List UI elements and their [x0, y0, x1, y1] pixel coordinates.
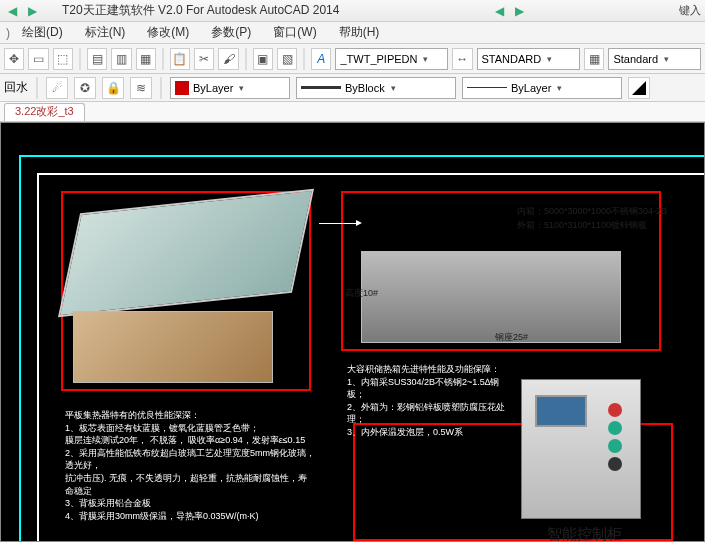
cabinet-red-light-icon [608, 403, 622, 417]
cabinet-black-btn-icon [608, 457, 622, 471]
menu-help[interactable]: 帮助(H) [329, 22, 390, 43]
color-value: ByLayer [193, 82, 233, 94]
menu-dim[interactable]: 标注(N) [75, 22, 136, 43]
menu-draw[interactable]: 绘图(D) [12, 22, 73, 43]
tank-notes: 大容积储热箱先进特性能及功能保障： 1、内箱采SUS304/2B不锈钢2~1.5… [347, 363, 517, 439]
cabinet-label: 智能控制柜 [547, 523, 622, 542]
app-title: T20天正建筑软件 V2.0 For Autodesk AutoCAD 2014 [62, 2, 339, 19]
tool-layer-icon[interactable]: ▤ [87, 48, 107, 70]
nav-next[interactable]: ▶ [24, 3, 40, 19]
tool-sheet-icon[interactable]: ▦ [136, 48, 156, 70]
drawing-canvas[interactable]: 平板集热器特有的优良性能深深： 1、板芯表面经有钛蓝膜，镀氧化蓝膜管乏色带； 膜… [0, 122, 705, 542]
water-tank-image [361, 251, 621, 343]
linetype-value: ByBlock [345, 82, 385, 94]
tool-props-icon[interactable]: ▥ [111, 48, 131, 70]
layer-match-icon[interactable]: ≋ [130, 77, 152, 99]
lineweight-combo[interactable]: ByLayer▾ [462, 77, 622, 99]
solar-notes: 平板集热器特有的优良性能深深： 1、板芯表面经有钛蓝膜，镀氧化蓝膜管乏色带； 膜… [65, 409, 315, 522]
textstyle-combo[interactable]: _TWT_PIPEDN▾ [335, 48, 448, 70]
cabinet-screen [535, 395, 587, 427]
tool-cut-icon[interactable]: ✂ [194, 48, 214, 70]
menu-bar: ) 绘图(D) 标注(N) 修改(M) 参数(P) 窗口(W) 帮助(H) [0, 22, 705, 44]
linetype-preview [301, 86, 341, 89]
connector-arrow [319, 223, 359, 224]
menu-param[interactable]: 参数(P) [201, 22, 261, 43]
tool-block-icon[interactable]: ▣ [253, 48, 273, 70]
textstyle-value: _TWT_PIPEDN [340, 53, 417, 65]
cabinet-green-btn-icon [608, 421, 622, 435]
main-toolbar: ✥ ▭ ⬚ ▤ ▥ ▦ 📋 ✂ 🖌 ▣ ▧ A _TWT_PIPEDN▾ ↔ S… [0, 44, 705, 74]
leading-paren: ) [6, 26, 10, 40]
tablestyle-value: Standard [613, 53, 658, 65]
side-tool[interactable]: 回水 [4, 79, 28, 96]
tank-base-label: 钢座25# [495, 331, 528, 344]
tool-paste-icon[interactable]: 📋 [170, 48, 190, 70]
lineweight-preview [467, 87, 507, 88]
tool-zoom-ext-icon[interactable]: ▭ [28, 48, 48, 70]
tool-zoom-win-icon[interactable]: ⬚ [53, 48, 73, 70]
linetype-combo[interactable]: ByBlock▾ [296, 77, 456, 99]
tank-outer-dim: 外箱：5100*3100*1100镀锌钢板 [517, 219, 647, 232]
tank-inner-dim: 内箱：5000*3000*1000不锈钢304-2B [517, 205, 667, 218]
tool-match-icon[interactable]: 🖌 [218, 48, 238, 70]
tablestyle-combo[interactable]: Standard▾ [608, 48, 701, 70]
nav-prev-2[interactable]: ◀ [491, 3, 507, 19]
cabinet-buttons [597, 399, 633, 469]
document-tabs: 3.22改彩_t3 [0, 102, 705, 122]
nav-prev[interactable]: ◀ [4, 3, 20, 19]
color-combo[interactable]: ByLayer▾ [170, 77, 290, 99]
tool-hatch-icon[interactable]: ▧ [277, 48, 297, 70]
menu-window[interactable]: 窗口(W) [263, 22, 326, 43]
tablestyle-icon[interactable]: ▦ [584, 48, 604, 70]
keyin-hint: 键入 [679, 3, 701, 18]
dimstyle-combo[interactable]: STANDARD▾ [477, 48, 581, 70]
layer-lock-icon[interactable]: 🔒 [102, 77, 124, 99]
color-swatch-icon [175, 81, 189, 95]
lineweight-value: ByLayer [511, 82, 551, 94]
floor-heating-image [73, 311, 273, 383]
cabinet-green-btn2-icon [608, 439, 622, 453]
tank-height-label: 高度10# [345, 287, 378, 300]
menu-modify[interactable]: 修改(M) [137, 22, 199, 43]
swatch-bylayer-icon[interactable] [628, 77, 650, 99]
tool-pan-icon[interactable]: ✥ [4, 48, 24, 70]
layer-state-icon[interactable]: ☄ [46, 77, 68, 99]
doc-tab[interactable]: 3.22改彩_t3 [4, 103, 85, 121]
layer-off-icon[interactable]: ✪ [74, 77, 96, 99]
dimstyle-icon[interactable]: ↔ [452, 48, 472, 70]
properties-toolbar: 回水 ☄ ✪ 🔒 ≋ ByLayer▾ ByBlock▾ ByLayer▾ [0, 74, 705, 102]
nav-next-2[interactable]: ▶ [511, 3, 527, 19]
textstyle-a-icon[interactable]: A [311, 48, 331, 70]
dimstyle-value: STANDARD [482, 53, 542, 65]
